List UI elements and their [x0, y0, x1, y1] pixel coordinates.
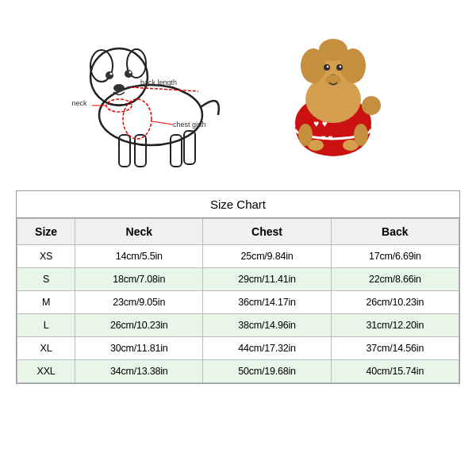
table-header-row: SizeNeckChestBack	[17, 219, 459, 245]
table-row: M23cm/9.05in36cm/14.17in26cm/10.23in	[17, 291, 459, 314]
col-header-neck: Neck	[75, 219, 203, 245]
svg-point-35	[354, 124, 368, 146]
chest-girth-label: chest girth	[173, 121, 206, 129]
size-table: SizeNeckChestBack XS14cm/5.5in25cm/9.84i…	[17, 218, 459, 383]
table-row: XL30cm/11.81in44cm/17.32in37cm/14.56in	[17, 337, 459, 360]
svg-point-6	[125, 70, 132, 78]
poodle-photo: ♥ ♥ ♥ ♥	[246, 12, 420, 178]
cell-r1-c1: 18cm/7.08in	[75, 268, 203, 291]
cell-r5-c0: XXL	[17, 360, 75, 383]
cell-r0-c1: 14cm/5.5in	[75, 245, 203, 268]
cell-r1-c0: S	[17, 268, 75, 291]
cell-r3-c3: 31cm/12.20in	[331, 314, 459, 337]
cell-r4-c2: 44cm/17.32in	[203, 337, 331, 360]
svg-line-17	[152, 121, 173, 125]
cell-r4-c3: 37cm/14.56in	[331, 337, 459, 360]
cell-r1-c2: 29cm/11.41in	[203, 268, 331, 291]
cell-r2-c3: 26cm/10.23in	[331, 291, 459, 314]
chart-title: Size Chart	[17, 191, 459, 218]
svg-point-27	[327, 66, 328, 67]
svg-point-29	[340, 66, 341, 67]
cell-r3-c0: L	[17, 314, 75, 337]
cell-r1-c3: 22cm/8.66in	[331, 268, 459, 291]
cell-r0-c2: 25cm/9.84in	[203, 245, 331, 268]
cell-r5-c1: 34cm/13.38in	[75, 360, 203, 383]
col-header-size: Size	[17, 219, 75, 245]
svg-point-8	[113, 84, 125, 92]
table-row: XS14cm/5.5in25cm/9.84in17cm/6.69in	[17, 245, 459, 268]
svg-text:♥ ♥: ♥ ♥	[321, 133, 333, 142]
cell-r2-c0: M	[17, 291, 75, 314]
cell-r0-c3: 17cm/6.69in	[331, 245, 459, 268]
neck-label: neck	[71, 99, 87, 107]
col-header-chest: Chest	[203, 219, 331, 245]
svg-point-7	[129, 71, 132, 74]
table-row: S18cm/7.08in29cm/11.41in22cm/8.66in	[17, 268, 459, 291]
svg-point-4	[106, 71, 113, 79]
table-row: XXL34cm/13.38in50cm/19.68in40cm/15.74in	[17, 360, 459, 383]
back-length-label: back length	[140, 79, 177, 86]
table-row: L26cm/10.23in38cm/14.96in31cm/12.20in	[17, 314, 459, 337]
dog-diagram: back length neck chest girth	[56, 12, 246, 178]
cell-r4-c0: XL	[17, 337, 75, 360]
svg-line-13	[131, 87, 198, 91]
cell-r3-c2: 38cm/14.96in	[203, 314, 331, 337]
svg-rect-10	[135, 135, 146, 167]
cell-r2-c2: 36cm/14.17in	[203, 291, 331, 314]
image-area: back length neck chest girth	[0, 0, 476, 190]
cell-r2-c1: 23cm/9.05in	[75, 291, 203, 314]
svg-point-28	[336, 64, 343, 71]
svg-point-34	[298, 124, 313, 146]
cell-r3-c1: 26cm/10.23in	[75, 314, 203, 337]
cell-r0-c0: XS	[17, 245, 75, 268]
size-chart-container: Size Chart SizeNeckChestBack XS14cm/5.5i…	[16, 190, 460, 384]
page: back length neck chest girth	[0, 0, 476, 476]
col-header-back: Back	[331, 219, 459, 245]
svg-point-25	[319, 39, 347, 61]
svg-point-16	[123, 99, 152, 139]
cell-r4-c1: 30cm/11.81in	[75, 337, 203, 360]
cell-r5-c3: 40cm/15.74in	[331, 360, 459, 383]
svg-point-36	[362, 96, 381, 115]
cell-r5-c2: 50cm/19.68in	[203, 360, 331, 383]
svg-point-5	[110, 73, 113, 75]
svg-point-26	[324, 64, 330, 71]
